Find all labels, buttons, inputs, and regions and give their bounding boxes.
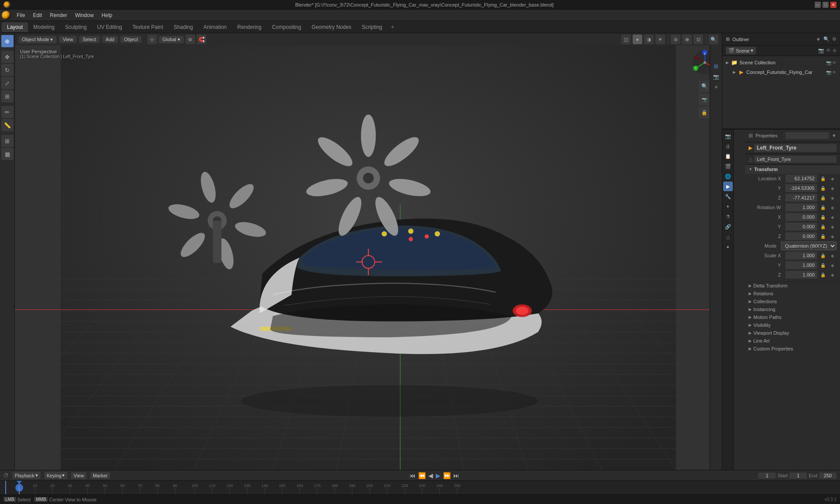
jump-start-btn[interactable]: ⏮ — [410, 472, 416, 479]
outliner-item-scene-collection[interactable]: ▶ 📁 Scene Collection 📷 👁 — [722, 58, 840, 67]
scale-y-value[interactable]: 1.000 — [785, 261, 817, 269]
rotation-y-value[interactable]: 0.000 — [785, 223, 817, 231]
xray-toggle[interactable]: ⊡ — [693, 35, 703, 44]
location-x-value[interactable]: 62.14752 — [785, 175, 817, 182]
viewport-canvas[interactable] — [15, 46, 722, 470]
play-back-btn[interactable]: ◀ — [428, 472, 433, 479]
location-z-keyframe[interactable]: ◆ — [829, 194, 836, 202]
rotation-x-keyframe[interactable]: ◆ — [829, 213, 836, 221]
prop-tab-scene[interactable]: 🎬 — [723, 161, 733, 171]
prop-tab-object[interactable]: ▶ — [723, 182, 733, 191]
properties-search-input[interactable] — [785, 132, 829, 139]
tab-rendering[interactable]: Rendering — [232, 22, 266, 32]
rotation-x-lock[interactable]: 🔒 — [819, 213, 827, 221]
prop-tab-material[interactable]: ● — [723, 242, 733, 252]
relations-section[interactable]: ▶ Relations — [745, 290, 840, 298]
view-menu[interactable]: View — [71, 472, 87, 479]
tab-scripting[interactable]: Scripting — [357, 22, 388, 32]
solid-toggle[interactable]: ● — [633, 35, 642, 44]
instancing-section[interactable]: ▶ Instancing — [745, 305, 840, 313]
prop-tab-constraint[interactable]: 🔗 — [723, 222, 733, 231]
restrict-render-icon[interactable]: 📷 — [818, 48, 824, 53]
scale-y-keyframe[interactable]: ◆ — [829, 261, 836, 269]
rendered-toggle[interactable]: ☀ — [655, 35, 665, 44]
camera-perspective-gizmo[interactable]: 📷 — [699, 94, 710, 105]
viewport-overlay-btn[interactable]: ⊘ — [671, 35, 680, 44]
menu-render[interactable]: Render — [46, 11, 70, 19]
restrict-select-icon[interactable]: ⊕ — [833, 48, 836, 53]
current-frame-field[interactable]: 1 — [758, 472, 776, 479]
rotate-tool[interactable]: ↻ — [1, 64, 14, 76]
step-fwd-btn[interactable]: ⏩ — [443, 472, 451, 479]
add-tool[interactable]: ⊞ — [1, 135, 14, 147]
prop-tab-view-layer[interactable]: 📋 — [723, 151, 733, 161]
maximize-button[interactable]: □ — [822, 2, 829, 8]
viewport-snap-toggle[interactable]: ⊹ — [147, 35, 157, 44]
rotation-y-keyframe[interactable]: ◆ — [829, 223, 836, 231]
menu-help[interactable]: Help — [98, 11, 116, 19]
scale-tool[interactable]: ⤢ — [1, 77, 14, 89]
tab-sculpting[interactable]: Sculpting — [60, 22, 92, 32]
tab-compositing[interactable]: Compositing — [267, 22, 307, 32]
delta-transform-section[interactable]: ▶ Delta Transform — [745, 282, 840, 290]
rotation-y-lock[interactable]: 🔒 — [819, 223, 827, 231]
playback-menu[interactable]: Playback ▾ — [12, 472, 41, 479]
light-view-btn[interactable]: ☀ — [711, 82, 721, 92]
location-y-lock[interactable]: 🔒 — [819, 184, 827, 192]
zoom-in-gizmo[interactable]: 🔍 — [699, 80, 710, 92]
tab-layout[interactable]: Layout — [2, 22, 28, 32]
outliner-options-btn[interactable]: ⚙ — [832, 36, 836, 42]
prop-tab-particles[interactable]: ✦ — [723, 202, 733, 211]
line-art-section[interactable]: ▶ Line Art — [745, 337, 840, 345]
prop-tab-data[interactable]: △ — [723, 232, 733, 242]
material-preview[interactable]: ◑ — [644, 35, 654, 44]
annotate-tool[interactable]: ✏ — [1, 106, 14, 118]
tab-geometry-nodes[interactable]: Geometry Nodes — [306, 22, 357, 32]
rotation-x-value[interactable]: 0.000 — [785, 213, 817, 221]
scale-y-lock[interactable]: 🔒 — [819, 261, 827, 269]
step-back-btn[interactable]: ⏪ — [418, 472, 426, 479]
scale-x-lock[interactable]: 🔒 — [819, 252, 827, 259]
scene-selector[interactable]: 🎬 Scene ▾ — [726, 47, 756, 54]
prop-object-data-input[interactable] — [754, 156, 836, 163]
tab-shading[interactable]: Shading — [168, 22, 198, 32]
end-frame-field[interactable]: 250 — [819, 472, 836, 479]
view-3d-btn[interactable]: ⊞ — [711, 61, 721, 71]
collections-section[interactable]: ▶ Collections — [745, 298, 840, 305]
tab-modeling[interactable]: Modeling — [28, 22, 60, 32]
viewport-display-section[interactable]: ▶ Viewport Display — [745, 329, 840, 337]
viewport-object-button[interactable]: Object — [120, 36, 141, 43]
motion-paths-section[interactable]: ▶ Motion Paths — [745, 313, 840, 321]
transform-tool[interactable]: ⊞ — [1, 90, 14, 102]
prop-tab-physics[interactable]: ⚗ — [723, 212, 733, 221]
cursor-tool[interactable]: ⊕ — [1, 35, 14, 47]
scale-x-keyframe[interactable]: ◆ — [829, 252, 836, 259]
visibility-section[interactable]: ▶ Visibility — [745, 321, 840, 329]
location-y-keyframe[interactable]: ◆ — [829, 184, 836, 192]
rotation-z-lock[interactable]: 🔒 — [819, 232, 827, 240]
restrict-eye-icon[interactable]: 👁 — [832, 60, 836, 65]
add-workspace-button[interactable]: + — [388, 22, 398, 32]
transform-section-header[interactable]: ▼ Transform — [745, 165, 840, 174]
menu-file[interactable]: File — [13, 11, 28, 19]
snap-btn[interactable]: 🧲 — [197, 35, 206, 44]
proportional-edit-btn[interactable]: ⊚ — [186, 35, 195, 44]
prop-tab-output[interactable]: 🖨 — [723, 141, 733, 151]
viewport-add-button[interactable]: Add — [102, 36, 118, 43]
play-btn[interactable]: ▶ — [436, 472, 441, 479]
close-button[interactable]: ✕ — [830, 2, 836, 8]
timeline-ruler[interactable]: 1 1 10 20 30 40 50 60 70 80 90 100 110 1… — [0, 481, 840, 494]
outliner-item-concept-car[interactable]: ▶ ▶ Concept_Futuristic_Flying_Car 📷 👁 — [722, 67, 840, 77]
scale-z-value[interactable]: 1.000 — [785, 271, 817, 279]
location-z-lock[interactable]: 🔒 — [819, 194, 827, 202]
rotation-z-value[interactable]: 0.000 — [785, 232, 817, 240]
prop-object-name-input[interactable] — [754, 144, 836, 152]
tab-uv-editing[interactable]: UV Editing — [92, 22, 127, 32]
custom-properties-section[interactable]: ▶ Custom Properties — [745, 345, 840, 353]
rotation-w-value[interactable]: 1.000 — [785, 203, 817, 211]
tab-animation[interactable]: Animation — [198, 22, 232, 32]
wireframe-toggle[interactable]: ◫ — [621, 35, 631, 44]
move-tool[interactable]: ✥ — [1, 51, 14, 63]
rotation-w-lock[interactable]: 🔒 — [819, 203, 827, 211]
restrict-camera-icon[interactable]: 📷 — [826, 60, 831, 65]
